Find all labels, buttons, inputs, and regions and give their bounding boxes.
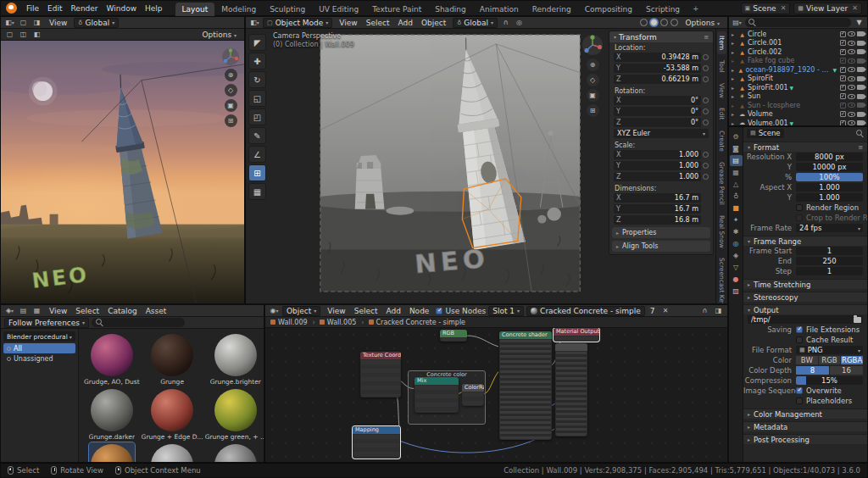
properties-tab[interactable]: ✱ [730, 226, 743, 237]
value-field[interactable]: 1 [796, 267, 863, 275]
snap-icon[interactable]: ∩ [699, 306, 710, 316]
mask-icon[interactable]: ◫ [18, 30, 29, 40]
animate-dot-icon[interactable] [703, 108, 709, 114]
frame-rate-select[interactable]: 24 fps [796, 224, 863, 232]
view-menu[interactable]: View [45, 19, 71, 27]
unlink-material-icon[interactable]: ✕ [660, 306, 671, 316]
selectable-checkbox[interactable] [840, 103, 846, 108]
select-mode-icon-2[interactable]: ◨ [31, 18, 42, 28]
workspace-tab[interactable]: Compositing [578, 3, 639, 16]
properties-tab[interactable]: ▦ [730, 167, 743, 178]
collapsed-panel-header[interactable]: ▸Align Tools [612, 241, 710, 252]
render-visibility-icon[interactable] [857, 120, 864, 125]
workspace-tab[interactable]: Modeling [214, 3, 263, 16]
properties-tab[interactable]: △ [730, 179, 743, 190]
properties-tab[interactable]: ▽ [730, 262, 743, 273]
menu-item[interactable]: Select [71, 307, 103, 315]
unlink-scene-icon[interactable]: ✕ [779, 4, 787, 12]
hide-eye-icon[interactable] [848, 76, 855, 81]
collapsed-section-header[interactable]: ▸Color Management [743, 409, 867, 419]
menu-item[interactable]: Node [405, 307, 434, 315]
hide-eye-icon[interactable] [848, 103, 855, 108]
hide-eye-icon[interactable] [848, 41, 855, 46]
checkbox[interactable] [796, 204, 803, 211]
outliner-row[interactable]: ▸ Fake fog cube ▼ [729, 57, 867, 66]
scale-field[interactable]: X 1.000 [614, 150, 701, 159]
breadcrumb-item[interactable]: Wall.005 [320, 319, 367, 326]
render-visibility-icon[interactable] [857, 94, 864, 99]
animate-dot-icon[interactable] [703, 119, 709, 125]
selectable-checkbox[interactable] [840, 111, 846, 117]
color-mode-option[interactable]: RGBA [841, 356, 863, 364]
collapsed-section-header[interactable]: ▸Time Stretching [743, 279, 867, 289]
render-visibility-icon[interactable] [857, 58, 864, 64]
outliner-row[interactable]: ▸ Sun ▼ [729, 92, 867, 102]
hide-eye-icon[interactable] [848, 49, 855, 54]
breadcrumb-item[interactable]: Wall.009 [270, 319, 318, 326]
use-nodes-checkbox[interactable] [436, 308, 442, 314]
menu-item[interactable]: Select [362, 19, 394, 27]
menu-item[interactable]: Asset [142, 307, 171, 315]
tweak-icon[interactable]: ▢ [4, 30, 15, 40]
hide-eye-icon[interactable] [848, 112, 855, 117]
shader-node[interactable]: ColorRamp [462, 384, 484, 406]
properties-tab[interactable]: ✦ [730, 214, 743, 225]
checkbox[interactable] [796, 214, 803, 221]
menu-item[interactable]: Help [141, 4, 167, 13]
editor-type-icon[interactable]: ◧▾ [249, 18, 260, 28]
shader-node[interactable] [555, 343, 587, 436]
asset-item[interactable] [205, 442, 264, 462]
library-select[interactable]: Blender procedural▾ [3, 331, 75, 342]
sidebar-tab[interactable]: Tool [717, 56, 726, 77]
zoom-icon[interactable]: ⊕ [225, 69, 237, 81]
sidebar-tab[interactable]: Grease Pencil [717, 158, 726, 209]
tool-button[interactable]: ▦ [248, 183, 266, 200]
shader-node[interactable]: Concrete shader [499, 331, 552, 440]
render-visibility-icon[interactable] [857, 67, 864, 72]
render-visibility-icon[interactable] [857, 85, 864, 90]
animate-dot-icon[interactable] [703, 163, 709, 169]
editor-type-icon[interactable]: ◈▾ [4, 306, 15, 316]
panel-options-icon[interactable]: ≡ [704, 34, 709, 41]
color-mode-option[interactable]: BW [796, 356, 818, 364]
view-layer-selector[interactable]: ▦ View Layer ✕ [793, 3, 862, 14]
asset-item[interactable] [142, 442, 203, 462]
value-field[interactable]: 1.000 [796, 193, 863, 202]
hide-eye-icon[interactable] [848, 31, 855, 36]
collapsed-panel-header[interactable]: ▸Properties [612, 227, 710, 238]
selectable-checkbox[interactable] [840, 67, 846, 73]
hide-eye-icon[interactable] [848, 58, 855, 64]
location-field[interactable]: Y -53.588 m [614, 64, 701, 73]
expand-icon[interactable]: ▸ [732, 85, 737, 91]
expand-icon[interactable]: ▸ [732, 111, 737, 117]
selectable-checkbox[interactable] [840, 93, 846, 99]
properties-tab[interactable]: ⚙ [730, 131, 743, 142]
properties-tab[interactable]: ▤ [730, 155, 743, 166]
expand-icon[interactable]: ▸ [732, 75, 737, 81]
expand-icon[interactable]: ▸ [732, 40, 737, 46]
checkbox[interactable] [796, 397, 803, 404]
outliner-row[interactable]: ▸ ocean-918897_1920 - cleaned ▼ [729, 65, 867, 75]
sidebar-tab[interactable]: View [717, 79, 726, 103]
menu-item[interactable]: File [22, 4, 43, 13]
format-section-header[interactable]: ▾ Format ≡ [743, 142, 867, 152]
overlay-icon[interactable]: ◧ [31, 30, 42, 40]
properties-tab[interactable]: ◈ [730, 250, 743, 261]
toggle-ortho-icon[interactable]: ⊞ [225, 114, 237, 127]
orientation-select[interactable]: ♁ Global▾ [453, 18, 498, 28]
scene-breadcrumb[interactable]: ▤ Scene [747, 129, 784, 138]
transform-panel-header[interactable]: ▾ Transform ≡ [609, 31, 713, 42]
animate-dot-icon[interactable] [703, 152, 709, 158]
mode-select[interactable]: ▢ Object Mode▾ [263, 18, 332, 28]
animate-dot-icon[interactable] [703, 97, 709, 103]
render-visibility-icon[interactable] [857, 112, 864, 117]
selectable-checkbox[interactable] [840, 75, 846, 81]
file-format-select[interactable]: ▦ PNG [796, 346, 863, 354]
properties-tab[interactable]: ♁ [730, 191, 743, 202]
shading-material-icon[interactable] [660, 19, 668, 26]
checkbox[interactable] [796, 326, 803, 333]
library-source-select[interactable]: Follow Preferences▾ [4, 318, 89, 328]
compression-slider[interactable]: 15% [796, 376, 863, 385]
workspace-tab[interactable]: Texture Paint [365, 3, 428, 16]
thumbnail-view-icon[interactable]: ▤ [18, 306, 29, 316]
